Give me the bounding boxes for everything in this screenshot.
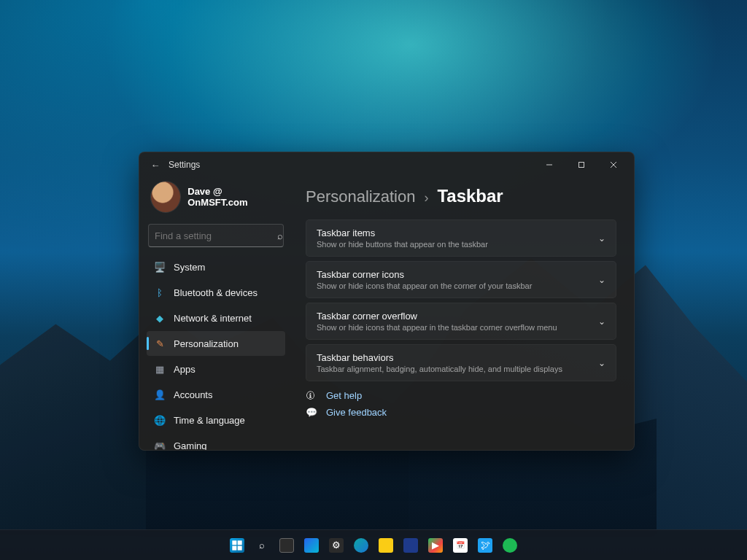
svg-rect-4 (232, 540, 236, 545)
card-desc: Taskbar alignment, badging, automaticall… (317, 365, 598, 373)
taskview-icon (279, 538, 294, 553)
taskbar-app1-button[interactable] (400, 535, 421, 556)
settings-card-taskbar-corner-overflow[interactable]: Taskbar corner overflowShow or hide icon… (306, 303, 616, 340)
main-panel: Personalization › Taskbar Taskbar itemsS… (293, 177, 634, 450)
breadcrumb-current: Taskbar (437, 186, 503, 206)
chevron-down-icon: ⌄ (598, 275, 605, 285)
minimize-button[interactable] (533, 154, 565, 176)
search-icon: ⌕ (277, 230, 283, 241)
widgets-icon (304, 538, 319, 553)
sidebar-item-bluetooth-devices[interactable]: ᛒBluetooth & devices (147, 280, 285, 305)
start-icon (230, 538, 244, 553)
give-feedback-label: Give feedback (326, 407, 387, 418)
sidebar-item-label: Accounts (174, 389, 212, 400)
titlebar[interactable]: ← Settings (139, 152, 634, 177)
bluetooth-icon: ᛒ (154, 287, 166, 298)
sidebar-item-personalization[interactable]: ✎Personalization (147, 331, 285, 356)
edge-icon (354, 538, 368, 553)
play-icon: ▶ (428, 538, 443, 553)
settings-card-taskbar-behaviors[interactable]: Taskbar behaviorsTaskbar alignment, badg… (306, 344, 616, 381)
get-help-label: Get help (326, 390, 362, 401)
calendar-icon: 📅 (453, 538, 468, 553)
profile-name: Dave @ OnMSFT.com (187, 186, 281, 208)
sidebar-item-system[interactable]: 🖥️System (147, 254, 285, 279)
sidebar-item-label: System (174, 262, 205, 273)
breadcrumb-parent[interactable]: Personalization (306, 187, 415, 206)
avatar (151, 182, 180, 212)
taskbar-settings-button[interactable]: ⚙ (326, 535, 347, 556)
sidebar: Dave @ OnMSFT.com ⌕ 🖥️SystemᛒBluetooth &… (139, 177, 293, 450)
taskbar-spotify-button[interactable] (500, 535, 520, 556)
sidebar-item-label: Network & internet (174, 313, 252, 324)
search-input[interactable] (155, 230, 277, 241)
time-icon: 🌐 (154, 414, 166, 426)
app1-icon (403, 538, 418, 553)
network-icon: ◆ (154, 312, 166, 324)
card-title: Taskbar items (317, 228, 598, 238)
card-title: Taskbar corner icons (317, 269, 598, 280)
chevron-down-icon: ⌄ (598, 358, 605, 368)
settings-card-taskbar-items[interactable]: Taskbar itemsShow or hide buttons that a… (306, 219, 616, 257)
help-icon: 🛈 (306, 390, 317, 401)
breadcrumb: Personalization › Taskbar (306, 186, 616, 206)
card-desc: Show or hide icons that appear on the co… (317, 281, 598, 290)
taskbar: ⌕⚙▶📅🕊 (0, 529, 747, 560)
taskbar-widgets-button[interactable] (301, 535, 322, 556)
taskbar-taskview-button[interactable] (276, 535, 297, 556)
svg-rect-5 (238, 540, 242, 545)
taskbar-twitter-button[interactable]: 🕊 (475, 535, 495, 556)
taskbar-edge-button[interactable] (351, 535, 371, 556)
card-desc: Show or hide buttons that appear on the … (317, 240, 598, 249)
nav-list: 🖥️SystemᛒBluetooth & devices◆Network & i… (147, 254, 285, 450)
taskbar-start-button[interactable] (227, 535, 247, 556)
maximize-button[interactable] (565, 154, 597, 176)
sidebar-item-time-language[interactable]: 🌐Time & language (147, 408, 285, 432)
twitter-icon: 🕊 (478, 538, 492, 553)
sidebar-item-apps[interactable]: ▦Apps (147, 357, 285, 381)
sidebar-item-gaming[interactable]: 🎮Gaming (147, 433, 285, 450)
taskbar-calendar-button[interactable]: 📅 (450, 535, 471, 556)
sidebar-item-label: Gaming (174, 440, 207, 451)
profile[interactable]: Dave @ OnMSFT.com (147, 177, 285, 222)
feedback-icon: 💬 (306, 407, 317, 418)
accounts-icon: 👤 (154, 389, 166, 400)
settings-window: ← Settings Dave @ OnMSFT.com ⌕ 🖥️Systemᛒ… (139, 152, 635, 451)
back-button[interactable]: ← (145, 160, 166, 171)
sidebar-item-label: Bluetooth & devices (174, 287, 258, 298)
sidebar-item-label: Apps (174, 364, 196, 375)
taskbar-explorer-button[interactable] (376, 535, 396, 556)
svg-rect-6 (232, 545, 236, 550)
svg-rect-1 (579, 163, 584, 168)
system-icon: 🖥️ (154, 261, 166, 273)
window-title: Settings (169, 160, 200, 170)
spotify-icon (503, 538, 517, 553)
personalization-icon: ✎ (154, 338, 166, 349)
search-box[interactable]: ⌕ (148, 224, 284, 247)
help-links: 🛈 Get help 💬 Give feedback (306, 390, 616, 418)
give-feedback-link[interactable]: 💬 Give feedback (306, 407, 616, 418)
taskbar-play-button[interactable]: ▶ (425, 535, 446, 556)
search-icon: ⌕ (255, 538, 269, 553)
close-button[interactable] (597, 154, 630, 176)
sidebar-item-label: Personalization (174, 338, 239, 349)
desktop: ← Settings Dave @ OnMSFT.com ⌕ 🖥️Systemᛒ… (0, 0, 747, 560)
sidebar-item-label: Time & language (174, 415, 245, 426)
settings-card-taskbar-corner-icons[interactable]: Taskbar corner iconsShow or hide icons t… (306, 261, 616, 298)
chevron-right-icon: › (424, 190, 428, 206)
chevron-down-icon: ⌄ (598, 316, 605, 327)
sidebar-item-network-internet[interactable]: ◆Network & internet (147, 306, 285, 330)
settings-icon: ⚙ (329, 538, 344, 553)
card-desc: Show or hide icons that appear in the ta… (317, 323, 598, 332)
taskbar-search-button[interactable]: ⌕ (252, 535, 272, 556)
gaming-icon: 🎮 (154, 440, 166, 450)
apps-icon: ▦ (154, 363, 166, 375)
chevron-down-icon: ⌄ (598, 233, 605, 244)
get-help-link[interactable]: 🛈 Get help (306, 390, 616, 401)
explorer-icon (379, 538, 393, 553)
card-title: Taskbar behaviors (317, 352, 598, 363)
svg-rect-7 (238, 545, 242, 550)
card-title: Taskbar corner overflow (317, 311, 598, 322)
sidebar-item-accounts[interactable]: 👤Accounts (147, 382, 285, 407)
